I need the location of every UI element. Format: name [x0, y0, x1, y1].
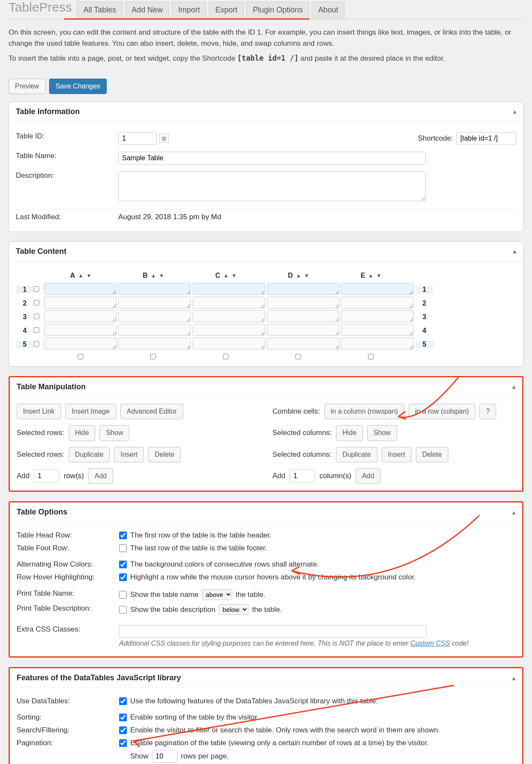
row-number[interactable]: 4: [16, 327, 34, 335]
add-rows-button[interactable]: Add: [88, 468, 113, 484]
sort-asc-icon[interactable]: ▴: [152, 272, 155, 279]
sort-asc-icon[interactable]: ▴: [225, 272, 228, 279]
combine-help-button[interactable]: ?: [479, 404, 496, 419]
add-cols-button[interactable]: Add: [356, 468, 380, 484]
use-dt-checkbox[interactable]: [119, 697, 127, 705]
sort-desc-icon[interactable]: ▾: [233, 272, 236, 279]
collapse-icon[interactable]: ▴: [513, 248, 516, 255]
print-desc-checkbox[interactable]: [119, 606, 127, 614]
extra-css-input[interactable]: [119, 625, 427, 638]
save-changes-button[interactable]: Save Changes: [49, 79, 107, 94]
rows-show-button[interactable]: Show: [99, 425, 129, 441]
combine-colspan-button[interactable]: in a row (colspan): [409, 404, 475, 419]
rows-insert-button[interactable]: Insert: [114, 447, 144, 462]
row-select-checkbox[interactable]: [34, 341, 39, 347]
add-rows-input[interactable]: [34, 470, 59, 482]
col-select-checkbox[interactable]: [295, 354, 301, 359]
row-number[interactable]: 1: [16, 286, 34, 294]
row-select-checkbox[interactable]: [34, 300, 39, 306]
cell-input[interactable]: [341, 310, 414, 322]
cols-hide-button[interactable]: Hide: [336, 425, 363, 441]
row-number[interactable]: 5: [16, 341, 34, 348]
foot-row-checkbox[interactable]: [119, 544, 127, 552]
row-select-checkbox[interactable]: [34, 286, 39, 292]
collapse-icon[interactable]: ▴: [512, 509, 515, 516]
cell-input[interactable]: [193, 338, 265, 350]
advanced-editor-button[interactable]: Advanced Editor: [120, 404, 183, 419]
cell-input[interactable]: [44, 324, 117, 336]
cell-input[interactable]: [118, 338, 191, 350]
rows-per-page-input[interactable]: [152, 750, 178, 763]
cell-input[interactable]: [44, 283, 117, 295]
table-id-input[interactable]: [118, 132, 157, 145]
row-select-checkbox[interactable]: [34, 327, 39, 333]
cell-input[interactable]: [44, 297, 117, 309]
table-name-input[interactable]: [118, 152, 426, 165]
col-select-checkbox[interactable]: [150, 354, 156, 359]
sort-desc-icon[interactable]: ▾: [377, 272, 380, 279]
cell-input[interactable]: [44, 338, 117, 350]
cols-insert-button[interactable]: Insert: [382, 447, 412, 462]
cols-duplicate-button[interactable]: Duplicate: [336, 447, 377, 462]
combine-rowspan-button[interactable]: in a column (rowspan): [324, 404, 404, 419]
custom-css-link[interactable]: Custom CSS: [410, 640, 450, 647]
cell-input[interactable]: [118, 297, 191, 309]
sort-desc-icon[interactable]: ▾: [88, 272, 91, 279]
sort-asc-icon[interactable]: ▴: [79, 272, 82, 279]
cols-show-button[interactable]: Show: [367, 425, 397, 441]
row-number[interactable]: 3: [16, 313, 34, 321]
col-letter[interactable]: B: [143, 272, 148, 279]
cell-input[interactable]: [267, 338, 339, 350]
cell-input[interactable]: [341, 338, 414, 350]
col-letter[interactable]: A: [70, 272, 75, 279]
tab-add-new[interactable]: Add New: [125, 2, 169, 19]
cell-input[interactable]: [193, 310, 265, 322]
cell-input[interactable]: [267, 297, 339, 309]
cell-input[interactable]: [267, 283, 339, 295]
cell-input[interactable]: [341, 297, 414, 309]
print-name-position-select[interactable]: above: [202, 589, 232, 600]
tab-import[interactable]: Import: [172, 2, 206, 19]
sort-asc-icon[interactable]: ▴: [297, 272, 300, 279]
head-row-checkbox[interactable]: [119, 532, 127, 539]
sorting-checkbox[interactable]: [119, 714, 127, 721]
row-select-checkbox[interactable]: [34, 314, 39, 319]
cell-input[interactable]: [193, 324, 265, 336]
tab-about[interactable]: About: [312, 2, 345, 19]
cell-input[interactable]: [267, 324, 339, 336]
print-name-checkbox[interactable]: [119, 591, 127, 599]
cell-input[interactable]: [193, 283, 265, 295]
col-select-checkbox[interactable]: [78, 354, 83, 359]
print-desc-position-select[interactable]: below: [219, 604, 248, 615]
preview-button[interactable]: Preview: [9, 79, 46, 94]
cell-input[interactable]: [44, 310, 117, 322]
col-letter[interactable]: D: [288, 272, 293, 279]
col-letter[interactable]: C: [215, 272, 220, 279]
cell-input[interactable]: [118, 283, 191, 295]
collapse-icon[interactable]: ▴: [512, 675, 515, 682]
row-number[interactable]: 2: [16, 300, 34, 307]
cell-input[interactable]: [341, 283, 414, 295]
cell-input[interactable]: [193, 297, 265, 309]
sort-asc-icon[interactable]: ▴: [369, 272, 372, 279]
rows-hide-button[interactable]: Hide: [69, 425, 96, 441]
cell-input[interactable]: [118, 324, 191, 336]
search-checkbox[interactable]: [119, 726, 127, 734]
shortcode-display[interactable]: [456, 132, 516, 145]
insert-image-button[interactable]: Insert Image: [65, 404, 116, 419]
copy-icon[interactable]: ▦: [159, 134, 169, 143]
tab-all-tables[interactable]: All Tables: [77, 2, 123, 19]
cell-input[interactable]: [341, 324, 414, 336]
tab-export[interactable]: Export: [209, 2, 244, 19]
rows-delete-button[interactable]: Delete: [148, 447, 181, 462]
cell-input[interactable]: [267, 310, 339, 322]
pagination-checkbox[interactable]: [119, 739, 127, 747]
col-letter[interactable]: E: [361, 272, 365, 279]
cell-input[interactable]: [118, 310, 191, 322]
table-description-input[interactable]: [118, 171, 426, 201]
rows-duplicate-button[interactable]: Duplicate: [69, 447, 110, 462]
sort-desc-icon[interactable]: ▾: [160, 272, 163, 279]
col-select-checkbox[interactable]: [368, 354, 374, 359]
hover-checkbox[interactable]: [119, 573, 127, 581]
collapse-icon[interactable]: ▴: [512, 383, 515, 390]
